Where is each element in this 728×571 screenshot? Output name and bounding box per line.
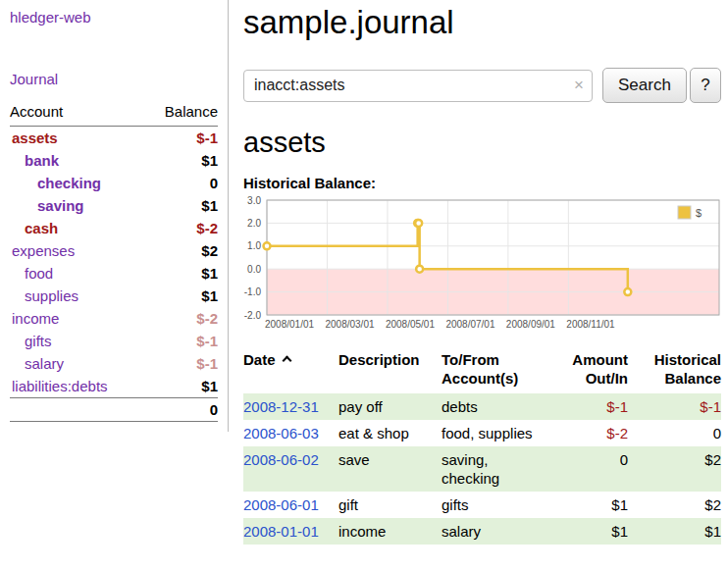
historical-balance-chart: 3.02.01.00.0-1.0-2.02008/01/012008/03/01… xyxy=(243,196,721,334)
register-header-date[interactable]: Date xyxy=(243,348,338,393)
search-button[interactable]: Search xyxy=(602,68,687,103)
register-description-cell: income xyxy=(338,518,442,545)
register-accounts-cell: debts xyxy=(442,393,551,420)
register-header-balance: Historical Balance xyxy=(628,348,721,393)
x-tick-label: 2008/11/01 xyxy=(566,319,615,330)
account-balance: $2 xyxy=(144,239,218,262)
transaction-date-link[interactable]: 2008-01-01 xyxy=(243,523,319,540)
legend-swatch xyxy=(678,206,691,219)
main-content: sample.journal × Search ? assets Histori… xyxy=(243,0,728,545)
accounts-table: Account Balance assets$-1bank$1checking0… xyxy=(10,100,218,422)
chart-title: Historical Balance: xyxy=(243,175,721,191)
register-row: 2008-12-31pay offdebts$-1$-1 xyxy=(243,393,721,420)
data-point-marker xyxy=(415,220,422,227)
account-row: liabilities:debts$1 xyxy=(10,375,218,398)
register-description-cell: pay off xyxy=(338,393,442,420)
register-amount-cell: $1 xyxy=(551,518,628,545)
search-bar: × Search ? xyxy=(243,68,721,103)
register-header-amount: Amount Out/In xyxy=(551,348,628,393)
account-link[interactable]: salary xyxy=(25,355,64,372)
sidebar: hledger-web Journal Account Balance asse… xyxy=(0,0,229,432)
account-link[interactable]: cash xyxy=(25,220,58,236)
account-row: saving$1 xyxy=(10,194,218,217)
register-balance-cell: $2 xyxy=(628,446,721,492)
transaction-date-link[interactable]: 2008-06-02 xyxy=(243,451,319,468)
transaction-date-link[interactable]: 2008-12-31 xyxy=(243,398,319,415)
transaction-date-link[interactable]: 2008-06-03 xyxy=(243,425,319,441)
register-balance-cell: $1 xyxy=(628,518,721,545)
register-header-date-label: Date xyxy=(243,351,276,368)
search-box: × xyxy=(243,70,593,102)
y-tick-label: 1.0 xyxy=(247,240,261,251)
register-accounts-cell: saving, checking xyxy=(442,446,551,492)
account-name-cell: bank xyxy=(10,149,144,172)
register-accounts-cell: food, supplies xyxy=(442,420,551,446)
account-balance: $-1 xyxy=(144,352,218,375)
account-balance: 0 xyxy=(144,172,218,194)
register-table-body: 2008-12-31pay offdebts$-1$-12008-06-03ea… xyxy=(243,393,721,545)
accounts-header-row: Account Balance xyxy=(10,100,218,127)
register-date-cell: 2008-12-31 xyxy=(243,393,338,420)
sort-ascending-icon xyxy=(282,356,291,366)
app-title-link[interactable]: hledger-web xyxy=(10,9,91,26)
account-link[interactable]: income xyxy=(12,310,59,327)
register-amount-cell: 0 xyxy=(551,446,628,492)
register-row: 2008-06-02savesaving, checking0$2 xyxy=(243,446,721,492)
data-point-marker xyxy=(416,266,423,273)
account-name-cell: liabilities:debts xyxy=(10,375,144,398)
register-accounts-cell: salary xyxy=(442,518,551,545)
account-link[interactable]: bank xyxy=(25,152,59,169)
account-row: salary$-1 xyxy=(10,352,218,375)
account-link[interactable]: checking xyxy=(37,175,101,191)
accounts-total-spacer xyxy=(10,398,144,422)
account-row: expenses$2 xyxy=(10,239,218,262)
register-row: 2008-06-03eat & shopfood, supplies$-20 xyxy=(243,420,721,446)
register-amount-cell: $-1 xyxy=(551,393,628,420)
account-balance: $1 xyxy=(144,194,218,217)
app-title: hledger-web xyxy=(10,9,218,26)
search-input[interactable] xyxy=(243,70,593,102)
accounts-table-body: assets$-1bank$1checking0saving$1cash$-2e… xyxy=(10,127,218,398)
account-link[interactable]: assets xyxy=(12,130,58,146)
x-tick-label: 2008/07/01 xyxy=(445,319,494,330)
transaction-date-link[interactable]: 2008-06-01 xyxy=(243,496,319,513)
accounts-total-row: 0 xyxy=(10,398,218,422)
x-tick-label: 2008/03/01 xyxy=(325,319,374,330)
register-balance-cell: 0 xyxy=(628,420,721,446)
sidebar-item-journal[interactable]: Journal xyxy=(10,71,58,87)
account-link[interactable]: liabilities:debts xyxy=(12,378,108,394)
register-accounts-cell: gifts xyxy=(442,492,551,518)
account-row: assets$-1 xyxy=(10,127,218,150)
account-heading: assets xyxy=(243,127,721,159)
register-date-cell: 2008-06-02 xyxy=(243,446,338,492)
account-balance: $-1 xyxy=(144,330,218,352)
data-point-marker xyxy=(264,242,271,249)
account-row: cash$-2 xyxy=(10,217,218,239)
register-date-cell: 2008-01-01 xyxy=(243,518,338,545)
account-row: checking0 xyxy=(10,172,218,194)
register-row: 2008-06-01giftgifts$1$2 xyxy=(243,492,721,518)
account-row: food$1 xyxy=(10,262,218,285)
register-description-cell: gift xyxy=(338,492,442,518)
legend-label: $ xyxy=(696,207,702,219)
account-link[interactable]: saving xyxy=(37,197,84,214)
account-link[interactable]: expenses xyxy=(12,242,75,259)
account-name-cell: cash xyxy=(10,217,144,239)
register-header-row: Date Description To/From Account(s) Amou… xyxy=(243,348,721,393)
help-button[interactable]: ? xyxy=(690,68,721,103)
account-row: supplies$1 xyxy=(10,285,218,307)
sidebar-nav: Journal xyxy=(10,71,218,87)
clear-search-icon[interactable]: × xyxy=(574,76,584,95)
y-tick-label: 0.0 xyxy=(247,264,261,275)
account-row: income$-2 xyxy=(10,307,218,330)
data-point-marker xyxy=(624,288,631,295)
account-balance: $1 xyxy=(144,149,218,172)
accounts-header-balance: Balance xyxy=(144,100,218,127)
account-link[interactable]: gifts xyxy=(25,333,52,349)
y-tick-label: 3.0 xyxy=(247,196,261,206)
account-name-cell: expenses xyxy=(10,239,144,262)
account-link[interactable]: supplies xyxy=(25,287,78,304)
account-link[interactable]: food xyxy=(25,265,53,282)
account-balance: $1 xyxy=(144,285,218,307)
account-balance: $-2 xyxy=(144,217,218,239)
